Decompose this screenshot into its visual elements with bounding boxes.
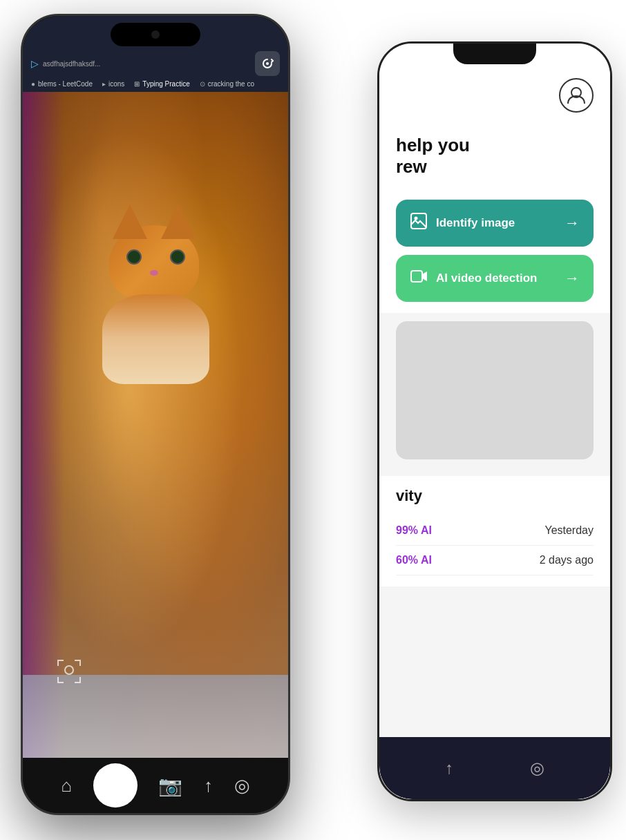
title-line2: rew [396,156,427,177]
url-row: ▷ asdfhajsdfhaksdf... [23,51,288,76]
upload-icon[interactable]: ↑ [204,775,213,796]
video-arrow: → [565,269,580,287]
settings-icon[interactable]: ◎ [530,758,544,778]
tab-cracking[interactable]: ⊙ cracking the co [200,80,254,88]
activity-time-2: 2 days ago [540,554,594,566]
svg-rect-3 [411,271,422,282]
tab-leetcode-label: blems - LeetCode [38,80,93,88]
title-line1: help you [396,135,470,155]
activity-row-2: 60% AI 2 days ago [396,546,594,575]
front-screen: ▷ asdfhajsdfhaksdf... ● blems - LeetCode [23,16,288,813]
back-notch [453,44,536,64]
ai-badge-2: 60% AI [396,554,432,566]
icons-favicon: ▸ [102,80,106,88]
shutter-inner [97,767,134,804]
identify-image-button[interactable]: Identify image → [396,200,594,247]
tab-cracking-label: cracking the co [208,80,254,88]
tab-typing-label: Typing Practice [142,80,189,88]
cat-head [109,225,199,301]
cursor-icon: ▷ [31,58,39,69]
identify-left: Identify image [410,212,515,234]
cat-eye-right [170,249,185,265]
image-icon [410,212,428,234]
shutter-button[interactable] [93,763,137,808]
ai-badge-1: 99% AI [396,524,432,537]
camera-view [23,92,288,758]
avatar[interactable] [559,78,594,113]
cat-body-lower [102,294,209,384]
phone-front: ▷ asdfhajsdfhaksdf... ● blems - LeetCode [21,14,290,815]
face-detect-icon [54,656,84,692]
tab-typing-practice[interactable]: ⊞ Typing Practice [134,80,189,88]
cat-nose [150,270,158,276]
tabs-row: ● blems - LeetCode ▸ icons ⊞ Typing Prac… [23,80,288,88]
back-screen: help you rew Identify image [379,44,610,799]
tab-leetcode[interactable]: ● blems - LeetCode [31,80,93,88]
front-notch [111,23,200,46]
video-icon [410,267,428,289]
share-icon[interactable]: ↑ [445,758,453,778]
cat-ear-right [161,204,196,239]
activity-row-1: 99% AI Yesterday [396,516,594,546]
settings-front-icon[interactable]: ◎ [234,775,250,796]
back-bottom-bar: ↑ ◎ [379,737,610,799]
svg-rect-1 [411,213,426,229]
cat-silhouette [102,225,213,350]
phone-back: help you rew Identify image [377,41,612,801]
back-buttons: Identify image → AI video detection [379,189,610,313]
cat-ear-left [113,204,147,239]
back-content: help you rew [379,124,610,189]
camera-controls: ⌂ 📷 ↑ ◎ [23,758,288,813]
image-placeholder [396,321,594,459]
home-icon[interactable]: ⌂ [61,775,72,796]
cat-eye-left [126,249,142,265]
scene: help you rew Identify image [0,0,626,840]
activity-title: vity [396,487,594,505]
url-text: asdfhajsdfhaksdf... [43,60,251,68]
svg-point-5 [65,666,73,674]
typing-favicon: ⊞ [134,80,140,88]
camera-active-icon[interactable]: 📷 [158,774,182,797]
tab-icons-label: icons [108,80,124,88]
camera-switch-button[interactable] [255,51,280,76]
video-label: AI video detection [436,271,537,285]
svg-point-4 [266,62,269,65]
back-title: help you rew [396,135,594,178]
identify-label: Identify image [436,216,515,230]
leetcode-favicon: ● [31,80,35,88]
activity-time-1: Yesterday [544,524,594,537]
cracking-favicon: ⊙ [200,80,205,88]
svg-point-2 [415,217,418,220]
video-left: AI video detection [410,267,537,289]
video-detection-button[interactable]: AI video detection → [396,255,594,302]
tab-icons[interactable]: ▸ icons [102,80,124,88]
back-activity: vity 99% AI Yesterday 60% AI 2 days ago [379,476,610,586]
identify-arrow: → [565,214,580,232]
